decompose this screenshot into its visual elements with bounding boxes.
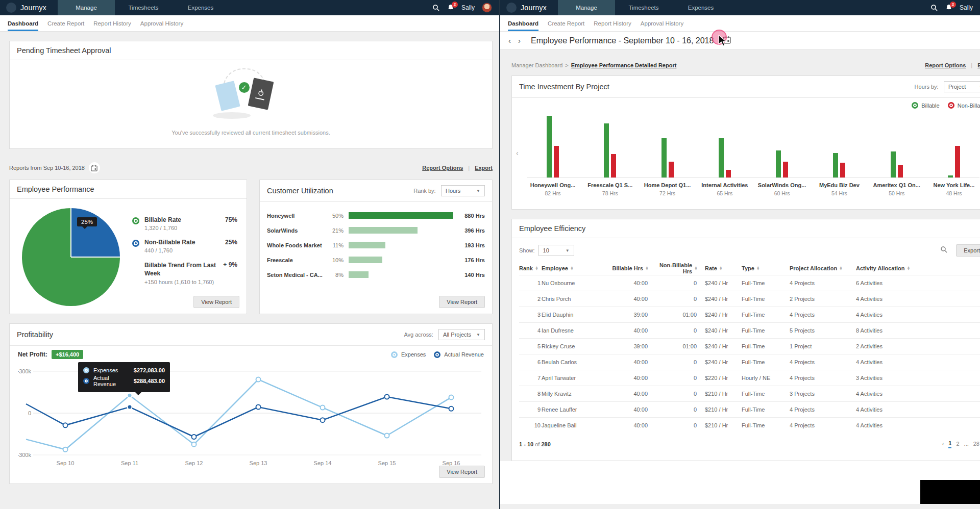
col-employee[interactable]: Employee▲▼ bbox=[542, 265, 602, 271]
col-billable-hrs[interactable]: Billable Hrs▲▼ bbox=[602, 265, 649, 271]
rank-by-dropdown[interactable]: Hours▼ bbox=[441, 185, 485, 196]
utilization-row[interactable]: Seton Medical - CA... 8% 140 Hrs bbox=[267, 267, 485, 282]
avg-across-dropdown[interactable]: All Projects▼ bbox=[438, 329, 485, 340]
col-activity-allocation[interactable]: Activity Allocation▲▼ bbox=[856, 265, 980, 271]
nonbillable-bar[interactable] bbox=[554, 146, 559, 177]
table-row[interactable]: 10 Jaqueline Bail 40:00 0 $210 / Hr Full… bbox=[519, 417, 980, 433]
nav-tab-timesheets[interactable]: Timesheets bbox=[615, 0, 672, 15]
subnav-approval-history[interactable]: Approval History bbox=[641, 15, 683, 31]
cell-billable-hrs: 40:00 bbox=[602, 391, 649, 397]
breadcrumb-root[interactable]: Manager Dashboard bbox=[511, 62, 562, 68]
pager-prev-chevron[interactable]: ‹ bbox=[942, 441, 944, 448]
user-avatar[interactable] bbox=[482, 3, 492, 13]
utilization-row[interactable]: Freescale 10% 176 Hrs bbox=[267, 252, 485, 267]
billable-bar[interactable] bbox=[776, 150, 781, 177]
report-options-link[interactable]: Report Options bbox=[925, 62, 966, 68]
search-icon[interactable] bbox=[432, 4, 440, 12]
table-row[interactable]: 2 Chris Porch 40:00 0 $240 / Hr Full-Tim… bbox=[519, 291, 980, 307]
table-row[interactable]: 8 Milly Kravitz 40:00 0 $210 / Hr Full-T… bbox=[519, 386, 980, 401]
bar-group[interactable] bbox=[642, 138, 693, 177]
bar-group[interactable] bbox=[527, 116, 578, 177]
nonbillable-bar[interactable] bbox=[840, 163, 845, 177]
user-name[interactable]: Sally bbox=[960, 4, 973, 11]
billable-bar[interactable] bbox=[833, 153, 838, 177]
table-row[interactable]: 3 Elid Dauphin 39:00 01:00 $240 / Hr Ful… bbox=[519, 307, 980, 322]
subnav-report-history[interactable]: Report History bbox=[594, 15, 631, 31]
user-name[interactable]: Sally bbox=[461, 4, 475, 11]
pager-page[interactable]: 2 bbox=[956, 441, 959, 448]
next-period-button[interactable]: › bbox=[518, 36, 521, 45]
bar-group[interactable] bbox=[814, 153, 865, 177]
bar-group[interactable] bbox=[928, 146, 979, 177]
nav-tab-expenses[interactable]: Expenses bbox=[172, 0, 229, 15]
prof-view-report-button[interactable]: View Report bbox=[439, 466, 485, 478]
profitability-line-chart[interactable]: +300k0-300kSep 10Sep 11Sep 12Sep 13Sep 1… bbox=[18, 360, 484, 471]
col-nonbillable-hrs[interactable]: Non-Billable Hrs▲▼ bbox=[649, 262, 698, 274]
nav-tab-timesheets[interactable]: Timesheets bbox=[115, 0, 172, 15]
billable-bar[interactable] bbox=[719, 138, 724, 177]
subnav-report-history[interactable]: Report History bbox=[93, 15, 131, 31]
billable-bar[interactable] bbox=[891, 151, 896, 177]
time-investment-bar-chart[interactable]: ‹ bbox=[527, 111, 979, 178]
utilization-row[interactable]: Honeywell 50% 880 Hrs bbox=[267, 208, 485, 223]
col-type[interactable]: Type▲▼ bbox=[742, 265, 790, 271]
chart-scroll-left-chevron[interactable]: ‹ bbox=[516, 149, 519, 157]
subnav-approval-history[interactable]: Approval History bbox=[140, 15, 183, 31]
table-row[interactable]: 6 Beulah Carlos 40:00 0 $240 / Hr Full-T… bbox=[519, 354, 980, 370]
calendar-icon[interactable] bbox=[89, 162, 100, 173]
col-rank[interactable]: Rank▲▼ bbox=[519, 265, 542, 271]
bar-group[interactable] bbox=[699, 138, 750, 177]
notifications-bell-icon[interactable]: 2 bbox=[945, 4, 952, 12]
billable-bar[interactable] bbox=[662, 138, 667, 177]
ep-view-report-button[interactable]: View Report bbox=[193, 296, 239, 308]
nonbillable-bar[interactable] bbox=[669, 162, 674, 177]
pager-page[interactable]: 28 bbox=[973, 441, 979, 448]
table-row[interactable]: 7 April Tarwater 40:00 0 $220 / Hr Hourl… bbox=[519, 370, 980, 386]
brand[interactable]: Journyx bbox=[500, 0, 558, 15]
breadcrumb-current[interactable]: Employee Performance Detailed Report bbox=[571, 62, 677, 68]
billable-bar[interactable] bbox=[948, 175, 953, 177]
nonbillable-bar[interactable] bbox=[955, 146, 960, 177]
table-row[interactable]: 9 Renee Lauffer 40:00 0 $210 / Hr Full-T… bbox=[519, 401, 980, 417]
hours-by-dropdown[interactable]: Project▼ bbox=[944, 81, 980, 92]
table-row[interactable]: 1 Nu Osbourne 40:00 0 $240 / Hr Full-Tim… bbox=[519, 275, 980, 291]
prev-period-button[interactable]: ‹ bbox=[508, 36, 511, 45]
nav-tab-manage[interactable]: Manage bbox=[558, 0, 615, 15]
pager-page[interactable]: 1 bbox=[948, 440, 951, 448]
table-export-button[interactable]: Export bbox=[956, 244, 980, 257]
utilization-row[interactable]: Whole Foods Market 11% 193 Hrs bbox=[267, 238, 485, 252]
subnav-create-report[interactable]: Create Report bbox=[548, 15, 584, 31]
table-row[interactable]: 4 Ian Dufresne 40:00 0 $240 / Hr Full-Ti… bbox=[519, 322, 980, 338]
billable-bar[interactable] bbox=[604, 123, 609, 177]
bar-group[interactable] bbox=[584, 123, 635, 177]
brand[interactable]: Journyx bbox=[0, 0, 58, 15]
billable-bar[interactable] bbox=[547, 116, 552, 177]
show-count-dropdown[interactable]: 10▼ bbox=[538, 245, 574, 256]
cell-rate: $240 / Hr bbox=[698, 280, 742, 286]
cell-rank: 2 bbox=[519, 296, 542, 302]
table-search-icon[interactable] bbox=[940, 246, 948, 255]
utilization-row[interactable]: SolarWinds 21% 396 Hrs bbox=[267, 223, 485, 238]
bar-group[interactable] bbox=[871, 151, 922, 177]
bar-group[interactable] bbox=[756, 150, 807, 177]
search-icon[interactable] bbox=[930, 4, 938, 12]
nav-tab-expenses[interactable]: Expenses bbox=[672, 0, 729, 15]
subnav-create-report[interactable]: Create Report bbox=[47, 15, 84, 31]
table-row[interactable]: 5 Rickey Cruse 39:00 01:00 $240 / Hr Ful… bbox=[519, 338, 980, 354]
cu-view-report-button[interactable]: View Report bbox=[439, 296, 485, 308]
notifications-bell-icon[interactable]: 2 bbox=[447, 4, 454, 12]
nonbillable-bar[interactable] bbox=[898, 165, 903, 177]
export-link[interactable]: Export bbox=[475, 165, 493, 171]
report-options-link[interactable]: Report Options bbox=[422, 165, 463, 171]
nonbillable-bar[interactable] bbox=[726, 170, 731, 177]
nonbillable-bar[interactable] bbox=[611, 154, 616, 177]
nonbillable-bar[interactable] bbox=[783, 162, 788, 177]
nav-tab-manage[interactable]: Manage bbox=[58, 0, 115, 15]
subnav-dashboard[interactable]: Dashboard bbox=[8, 15, 38, 31]
billable-pie-chart[interactable] bbox=[22, 208, 120, 306]
col-project-allocation[interactable]: Project Allocation▲▼ bbox=[790, 265, 856, 271]
subnav-dashboard[interactable]: Dashboard bbox=[508, 15, 538, 31]
col-rate[interactable]: Rate▲▼ bbox=[698, 265, 742, 271]
pager-page[interactable]: ... bbox=[964, 441, 969, 448]
export-link[interactable]: Export bbox=[977, 62, 980, 68]
